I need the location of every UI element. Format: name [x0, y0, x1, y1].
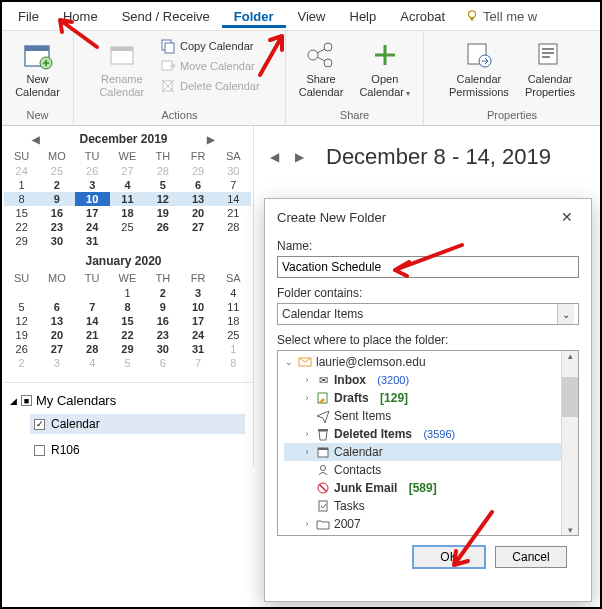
calendar-day[interactable]: 18 — [110, 206, 145, 220]
calendar-day[interactable]: 4 — [75, 356, 110, 370]
name-input[interactable] — [277, 256, 579, 278]
calendar-day[interactable]: 29 — [110, 342, 145, 356]
calendar-day[interactable]: 16 — [39, 206, 74, 220]
calendar-day[interactable]: 6 — [39, 300, 74, 314]
calendar-day[interactable]: 30 — [145, 342, 180, 356]
calendar-day[interactable]: 7 — [216, 178, 251, 192]
tree-calendar[interactable]: ›Calendar — [284, 443, 578, 461]
tree-tasks[interactable]: Tasks — [284, 497, 578, 515]
calendar-day[interactable]: 29 — [180, 164, 215, 178]
calendar-day[interactable]: 9 — [145, 300, 180, 314]
calendar-day[interactable]: 26 — [4, 342, 39, 356]
calendar-day[interactable]: 14 — [75, 314, 110, 328]
tree-2008[interactable]: ›2008 — [284, 533, 578, 536]
tree-scrollbar[interactable]: ▴ ▾ — [561, 351, 578, 535]
calendar-day[interactable]: 23 — [145, 328, 180, 342]
calendar-day[interactable]: 24 — [180, 328, 215, 342]
calendar-day[interactable]: 25 — [216, 328, 251, 342]
calendar-day[interactable]: 4 — [216, 286, 251, 300]
calendar-day[interactable]: 21 — [75, 328, 110, 342]
calendar-day[interactable]: 27 — [110, 164, 145, 178]
calendar-day[interactable]: 11 — [216, 300, 251, 314]
calendar-day[interactable]: 10 — [75, 192, 110, 206]
calendar-day[interactable]: 8 — [110, 300, 145, 314]
calendar-permissions-button[interactable]: CalendarPermissions — [445, 37, 513, 100]
mini-calendar-january[interactable]: SUMOTUWETHFRSA12345678910111213141516171… — [4, 270, 251, 370]
cancel-button[interactable]: Cancel — [495, 546, 567, 568]
calendar-day[interactable] — [75, 286, 110, 300]
tree-2007[interactable]: ›2007 — [284, 515, 578, 533]
calendar-day[interactable]: 26 — [75, 164, 110, 178]
open-calendar-button[interactable]: OpenCalendar ▾ — [355, 37, 414, 100]
calendar-day[interactable]: 17 — [75, 206, 110, 220]
calendar-day[interactable]: 27 — [39, 342, 74, 356]
my-calendars-checkbox[interactable]: ■ — [21, 395, 32, 406]
calendar-day[interactable] — [110, 234, 145, 248]
tab-file[interactable]: File — [6, 5, 51, 28]
tree-drafts[interactable]: ›Drafts [129] — [284, 389, 578, 407]
calendar-day[interactable]: 1 — [110, 286, 145, 300]
calendar-day[interactable]: 31 — [180, 342, 215, 356]
tab-view[interactable]: View — [286, 5, 338, 28]
calendar-day[interactable]: 5 — [4, 300, 39, 314]
calendar-day[interactable]: 15 — [4, 206, 39, 220]
my-calendars-header[interactable]: ◢ ■ My Calendars — [10, 393, 245, 408]
share-calendar-button[interactable]: ShareCalendar — [295, 37, 348, 100]
calendar-day[interactable]: 10 — [180, 300, 215, 314]
calendar-day[interactable]: 1 — [216, 342, 251, 356]
calendar-day[interactable] — [4, 286, 39, 300]
calendar-item-calendar[interactable]: ✓ Calendar — [30, 414, 245, 434]
calendar-checkbox-1[interactable]: ✓ — [34, 419, 45, 430]
scroll-up-icon[interactable]: ▴ — [568, 351, 573, 361]
scroll-down-icon[interactable]: ▾ — [568, 525, 573, 535]
calendar-day[interactable]: 15 — [110, 314, 145, 328]
calendar-day[interactable]: 4 — [110, 178, 145, 192]
calendar-day[interactable]: 6 — [145, 356, 180, 370]
calendar-day[interactable]: 3 — [180, 286, 215, 300]
mini-calendar-december[interactable]: SUMOTUWETHFRSA24252627282930123456789101… — [4, 148, 251, 248]
calendar-day[interactable]: 7 — [75, 300, 110, 314]
calendar-day[interactable]: 26 — [145, 220, 180, 234]
calendar-day[interactable]: 5 — [110, 356, 145, 370]
calendar-day[interactable]: 30 — [39, 234, 74, 248]
calendar-day[interactable]: 20 — [180, 206, 215, 220]
calendar-day[interactable]: 14 — [216, 192, 251, 206]
calendar-day[interactable]: 17 — [180, 314, 215, 328]
scroll-thumb[interactable] — [562, 377, 578, 417]
calendar-day[interactable]: 21 — [216, 206, 251, 220]
calendar-checkbox-2[interactable] — [34, 445, 45, 456]
calendar-day[interactable]: 3 — [75, 178, 110, 192]
calendar-day[interactable] — [39, 286, 74, 300]
calendar-day[interactable] — [180, 234, 215, 248]
calendar-day[interactable]: 28 — [145, 164, 180, 178]
tree-sent[interactable]: Sent Items — [284, 407, 578, 425]
tree-root[interactable]: ⌄laurie@clemson.edu — [284, 353, 578, 371]
calendar-day[interactable]: 12 — [145, 192, 180, 206]
calendar-day[interactable]: 5 — [145, 178, 180, 192]
calendar-day[interactable]: 12 — [4, 314, 39, 328]
next-month-button[interactable]: ▶ — [201, 134, 221, 145]
calendar-item-r106[interactable]: R106 — [30, 440, 245, 460]
calendar-day[interactable]: 27 — [180, 220, 215, 234]
contains-select[interactable]: Calendar Items ⌄ — [277, 303, 579, 325]
prev-range-button[interactable]: ◀ — [270, 150, 279, 164]
calendar-day[interactable]: 9 — [39, 192, 74, 206]
calendar-day[interactable]: 2 — [145, 286, 180, 300]
calendar-day[interactable]: 25 — [39, 164, 74, 178]
tell-me[interactable]: Tell me w — [465, 9, 537, 24]
tab-folder[interactable]: Folder — [222, 5, 286, 28]
calendar-day[interactable]: 24 — [75, 220, 110, 234]
calendar-day[interactable]: 28 — [216, 220, 251, 234]
tree-contacts[interactable]: Contacts — [284, 461, 578, 479]
calendar-day[interactable]: 3 — [39, 356, 74, 370]
calendar-day[interactable]: 13 — [180, 192, 215, 206]
calendar-day[interactable]: 28 — [75, 342, 110, 356]
calendar-day[interactable]: 6 — [180, 178, 215, 192]
tab-acrobat[interactable]: Acrobat — [388, 5, 457, 28]
calendar-day[interactable]: 22 — [4, 220, 39, 234]
copy-calendar-button[interactable]: Copy Calendar — [156, 37, 264, 55]
calendar-day[interactable]: 19 — [145, 206, 180, 220]
tree-junk[interactable]: Junk Email [589] — [284, 479, 578, 497]
calendar-day[interactable]: 31 — [75, 234, 110, 248]
calendar-day[interactable]: 8 — [216, 356, 251, 370]
